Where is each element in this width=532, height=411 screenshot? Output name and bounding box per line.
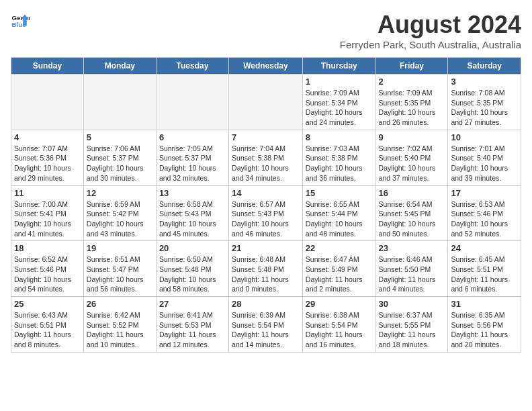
day-cell-9: 9Sunrise: 7:02 AM Sunset: 5:40 PM Daylig… xyxy=(375,130,448,185)
day-info: Sunrise: 7:05 AM Sunset: 5:37 PM Dayligh… xyxy=(159,144,226,183)
day-cell-10: 10Sunrise: 7:01 AM Sunset: 5:40 PM Dayli… xyxy=(448,130,521,185)
day-info: Sunrise: 7:08 AM Sunset: 5:35 PM Dayligh… xyxy=(451,88,518,128)
calendar-table: SundayMondayTuesdayWednesdayThursdayFrid… xyxy=(11,57,521,353)
week-row-3: 11Sunrise: 7:00 AM Sunset: 5:41 PM Dayli… xyxy=(11,185,521,241)
day-info: Sunrise: 7:04 AM Sunset: 5:38 PM Dayligh… xyxy=(232,144,300,183)
day-number: 17 xyxy=(451,188,518,198)
day-cell-25: 25Sunrise: 6:43 AM Sunset: 5:51 PM Dayli… xyxy=(11,297,84,353)
day-cell-23: 23Sunrise: 6:46 AM Sunset: 5:50 PM Dayli… xyxy=(375,241,448,297)
day-cell-18: 18Sunrise: 6:52 AM Sunset: 5:46 PM Dayli… xyxy=(11,241,84,297)
day-cell-16: 16Sunrise: 6:54 AM Sunset: 5:45 PM Dayli… xyxy=(375,185,448,241)
day-number: 3 xyxy=(451,77,518,87)
day-cell-11: 11Sunrise: 7:00 AM Sunset: 5:41 PM Dayli… xyxy=(11,185,84,241)
day-number: 15 xyxy=(306,188,373,198)
day-info: Sunrise: 7:01 AM Sunset: 5:40 PM Dayligh… xyxy=(451,144,518,183)
day-number: 18 xyxy=(14,243,81,253)
day-number: 6 xyxy=(159,132,226,142)
empty-cell xyxy=(11,75,84,130)
calendar-subtitle: Ferryden Park, South Australia, Australi… xyxy=(340,39,521,50)
day-info: Sunrise: 6:37 AM Sunset: 5:55 PM Dayligh… xyxy=(379,310,445,350)
day-number: 16 xyxy=(379,188,445,198)
day-cell-30: 30Sunrise: 6:37 AM Sunset: 5:55 PM Dayli… xyxy=(375,297,448,353)
day-info: Sunrise: 6:59 AM Sunset: 5:42 PM Dayligh… xyxy=(87,199,153,239)
day-info: Sunrise: 7:06 AM Sunset: 5:37 PM Dayligh… xyxy=(87,144,153,183)
title-area: August 2024 Ferryden Park, South Austral… xyxy=(340,11,521,50)
day-cell-12: 12Sunrise: 6:59 AM Sunset: 5:42 PM Dayli… xyxy=(83,185,156,241)
day-number: 23 xyxy=(379,243,445,253)
day-info: Sunrise: 6:46 AM Sunset: 5:50 PM Dayligh… xyxy=(379,255,445,294)
week-row-2: 4Sunrise: 7:07 AM Sunset: 5:36 PM Daylig… xyxy=(11,130,521,185)
day-cell-21: 21Sunrise: 6:48 AM Sunset: 5:48 PM Dayli… xyxy=(229,241,303,297)
day-info: Sunrise: 6:38 AM Sunset: 5:54 PM Dayligh… xyxy=(306,310,373,350)
day-number: 21 xyxy=(232,243,300,253)
day-info: Sunrise: 6:48 AM Sunset: 5:48 PM Dayligh… xyxy=(232,255,300,294)
day-cell-3: 3Sunrise: 7:08 AM Sunset: 5:35 PM Daylig… xyxy=(448,75,521,130)
day-info: Sunrise: 6:50 AM Sunset: 5:48 PM Dayligh… xyxy=(159,255,226,294)
day-cell-6: 6Sunrise: 7:05 AM Sunset: 5:37 PM Daylig… xyxy=(156,130,228,185)
day-number: 31 xyxy=(451,299,518,309)
day-info: Sunrise: 7:02 AM Sunset: 5:40 PM Dayligh… xyxy=(379,144,445,183)
logo-icon: General Blue xyxy=(11,11,30,30)
day-cell-31: 31Sunrise: 6:35 AM Sunset: 5:56 PM Dayli… xyxy=(448,297,521,353)
day-number: 28 xyxy=(232,299,300,309)
day-header-friday: Friday xyxy=(375,58,448,75)
empty-cell xyxy=(83,75,156,130)
week-row-4: 18Sunrise: 6:52 AM Sunset: 5:46 PM Dayli… xyxy=(11,241,521,297)
day-number: 2 xyxy=(379,77,445,87)
day-header-saturday: Saturday xyxy=(448,58,521,75)
day-info: Sunrise: 6:52 AM Sunset: 5:46 PM Dayligh… xyxy=(14,255,81,294)
day-header-thursday: Thursday xyxy=(302,58,375,75)
day-info: Sunrise: 6:47 AM Sunset: 5:49 PM Dayligh… xyxy=(306,255,373,294)
day-info: Sunrise: 7:09 AM Sunset: 5:34 PM Dayligh… xyxy=(306,88,373,128)
day-header-sunday: Sunday xyxy=(11,58,84,75)
day-number: 22 xyxy=(306,243,373,253)
page-header: General Blue August 2024 Ferryden Park, … xyxy=(11,11,521,50)
day-cell-19: 19Sunrise: 6:51 AM Sunset: 5:47 PM Dayli… xyxy=(83,241,156,297)
day-number: 19 xyxy=(87,243,153,253)
day-info: Sunrise: 6:57 AM Sunset: 5:43 PM Dayligh… xyxy=(232,199,300,239)
day-number: 4 xyxy=(14,132,81,142)
day-number: 8 xyxy=(306,132,373,142)
day-cell-4: 4Sunrise: 7:07 AM Sunset: 5:36 PM Daylig… xyxy=(11,130,84,185)
day-info: Sunrise: 6:41 AM Sunset: 5:53 PM Dayligh… xyxy=(159,310,226,350)
day-cell-7: 7Sunrise: 7:04 AM Sunset: 5:38 PM Daylig… xyxy=(229,130,303,185)
day-number: 26 xyxy=(87,299,153,309)
day-info: Sunrise: 7:03 AM Sunset: 5:38 PM Dayligh… xyxy=(306,144,373,183)
day-cell-24: 24Sunrise: 6:45 AM Sunset: 5:51 PM Dayli… xyxy=(448,241,521,297)
day-cell-17: 17Sunrise: 6:53 AM Sunset: 5:46 PM Dayli… xyxy=(448,185,521,241)
day-cell-22: 22Sunrise: 6:47 AM Sunset: 5:49 PM Dayli… xyxy=(302,241,375,297)
day-info: Sunrise: 7:07 AM Sunset: 5:36 PM Dayligh… xyxy=(14,144,81,183)
day-number: 13 xyxy=(159,188,226,198)
day-info: Sunrise: 7:00 AM Sunset: 5:41 PM Dayligh… xyxy=(14,199,81,239)
day-cell-26: 26Sunrise: 6:42 AM Sunset: 5:52 PM Dayli… xyxy=(83,297,156,353)
day-number: 7 xyxy=(232,132,300,142)
day-info: Sunrise: 6:55 AM Sunset: 5:44 PM Dayligh… xyxy=(306,199,373,239)
day-info: Sunrise: 6:35 AM Sunset: 5:56 PM Dayligh… xyxy=(451,310,518,350)
calendar-title: August 2024 xyxy=(340,11,521,39)
day-header-wednesday: Wednesday xyxy=(229,58,303,75)
day-number: 29 xyxy=(306,299,373,309)
day-header-monday: Monday xyxy=(83,58,156,75)
day-cell-15: 15Sunrise: 6:55 AM Sunset: 5:44 PM Dayli… xyxy=(302,185,375,241)
logo: General Blue xyxy=(11,11,30,30)
day-header-tuesday: Tuesday xyxy=(156,58,228,75)
day-cell-1: 1Sunrise: 7:09 AM Sunset: 5:34 PM Daylig… xyxy=(302,75,375,130)
day-number: 12 xyxy=(87,188,153,198)
day-cell-14: 14Sunrise: 6:57 AM Sunset: 5:43 PM Dayli… xyxy=(229,185,303,241)
day-number: 1 xyxy=(306,77,373,87)
empty-cell xyxy=(229,75,303,130)
day-cell-27: 27Sunrise: 6:41 AM Sunset: 5:53 PM Dayli… xyxy=(156,297,228,353)
day-info: Sunrise: 6:39 AM Sunset: 5:54 PM Dayligh… xyxy=(232,310,300,350)
day-info: Sunrise: 6:43 AM Sunset: 5:51 PM Dayligh… xyxy=(14,310,81,350)
day-number: 5 xyxy=(87,132,153,142)
day-info: Sunrise: 7:09 AM Sunset: 5:35 PM Dayligh… xyxy=(379,88,445,128)
day-cell-2: 2Sunrise: 7:09 AM Sunset: 5:35 PM Daylig… xyxy=(375,75,448,130)
day-number: 11 xyxy=(14,188,81,198)
day-number: 10 xyxy=(451,132,518,142)
day-cell-20: 20Sunrise: 6:50 AM Sunset: 5:48 PM Dayli… xyxy=(156,241,228,297)
day-number: 14 xyxy=(232,188,300,198)
day-number: 27 xyxy=(159,299,226,309)
empty-cell xyxy=(156,75,228,130)
day-number: 24 xyxy=(451,243,518,253)
day-header-row: SundayMondayTuesdayWednesdayThursdayFrid… xyxy=(11,58,521,75)
